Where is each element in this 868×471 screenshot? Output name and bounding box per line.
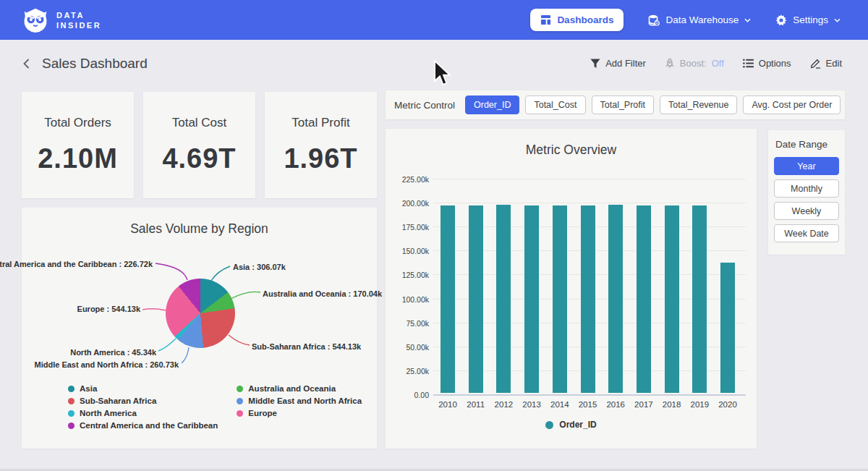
metric-option-total-profit[interactable]: Total_Profit xyxy=(592,96,655,114)
boost-toggle[interactable]: Boost: Off xyxy=(665,58,724,69)
pie-label-middle-east: Middle East and North Africa : 260.73k xyxy=(35,360,179,369)
bar-2018[interactable] xyxy=(665,205,679,393)
metric-option-order-id[interactable]: Order_ID xyxy=(465,96,519,114)
x-tick-label: 2020 xyxy=(713,400,742,409)
kpi-label: Total Cost xyxy=(172,116,227,130)
x-tick-label: 2017 xyxy=(629,400,658,409)
x-tick-label: 2012 xyxy=(489,400,518,409)
bar-2019[interactable] xyxy=(692,205,707,393)
pie-legend-item[interactable]: Central America and the Caribbean xyxy=(68,421,218,430)
bar-2013[interactable] xyxy=(524,205,539,393)
bar-chart-legend: Order_ID xyxy=(386,420,757,430)
bar-chart-plot: 225.00k200.00k175.00k150.00k125.00k100.0… xyxy=(433,179,746,394)
kpi-card-total-profit: Total Profit 1.96T xyxy=(265,92,377,198)
edit-label: Edit xyxy=(826,58,842,69)
gridline xyxy=(433,203,746,203)
chevron-down-icon xyxy=(744,18,751,22)
x-tick-label: 2010 xyxy=(433,400,462,409)
pie-chart[interactable] xyxy=(166,279,235,348)
metric-option-total-cost[interactable]: Total_Cost xyxy=(525,96,585,114)
boost-label: Boost: xyxy=(680,58,707,69)
bar-2012[interactable] xyxy=(496,205,511,393)
bar-2014[interactable] xyxy=(553,205,567,393)
date-range-option-week-date[interactable]: Week Date xyxy=(774,224,839,242)
legend-label: Central America and the Caribbean xyxy=(80,421,218,430)
y-tick-label: 50.00k xyxy=(386,343,429,352)
dashboards-button[interactable]: Dashboards xyxy=(530,9,624,31)
data-warehouse-label: Data Warehouse xyxy=(665,14,739,25)
dashboards-label: Dashboards xyxy=(557,14,613,25)
options-button[interactable]: Options xyxy=(743,58,791,69)
metric-option-avg-cost-per-order[interactable]: Avg. Cost per Order xyxy=(743,96,841,114)
legend-label: North America xyxy=(80,409,137,417)
date-range-panel: Date Range YearMonthlyWeeklyWeek Date xyxy=(768,130,845,255)
date-range-option-weekly[interactable]: Weekly xyxy=(774,202,839,220)
x-axis-line xyxy=(433,394,746,396)
pie-legend-item[interactable]: Sub-Saharan Africa xyxy=(68,396,218,405)
pie-legend-item[interactable]: North America xyxy=(68,409,218,417)
y-tick-label: 175.00k xyxy=(386,223,429,232)
pie-legend-item[interactable]: Europe xyxy=(237,409,362,417)
pie-chart-card: Sales Volume by Region Central America a… xyxy=(22,208,377,449)
bar-2011[interactable] xyxy=(469,205,483,393)
pie-legend: AsiaSub-Saharan AfricaNorth AmericaCentr… xyxy=(68,384,362,430)
legend-label: Asia xyxy=(80,384,97,393)
brand: DATA INSIDER xyxy=(22,7,101,34)
dashboard-grid-icon xyxy=(540,14,551,25)
add-filter-button[interactable]: Add Filter xyxy=(590,58,646,69)
y-tick-label: 25.00k xyxy=(386,367,429,375)
y-tick-label: 100.00k xyxy=(386,295,429,304)
x-tick-label: 2011 xyxy=(461,400,490,409)
kpi-card-total-cost: Total Cost 4.69T xyxy=(143,92,255,198)
data-warehouse-menu[interactable]: Data Warehouse xyxy=(648,14,751,26)
pie-legend-item[interactable]: Asia xyxy=(68,384,218,393)
metric-control-bar: Metric Control Order_IDTotal_CostTotal_P… xyxy=(386,90,845,119)
top-navbar: DATA INSIDER Dashboards Data Warehouse xyxy=(0,0,868,40)
pie-label-asia: Asia : 306.07k xyxy=(233,263,286,271)
filter-funnel-icon xyxy=(590,59,600,69)
bar-2016[interactable] xyxy=(608,205,623,393)
date-range-option-year[interactable]: Year xyxy=(774,157,839,175)
pie-legend-item[interactable]: Middle East and North Africa xyxy=(237,396,362,405)
database-icon xyxy=(648,14,660,26)
options-list-icon xyxy=(743,59,754,68)
pie-label-north-america: North America : 45.34k xyxy=(70,348,156,357)
brand-text: DATA INSIDER xyxy=(56,10,101,30)
bar-2017[interactable] xyxy=(637,205,651,393)
bar-2010[interactable] xyxy=(441,205,455,393)
add-filter-label: Add Filter xyxy=(605,58,646,69)
pie-label-central-america: Central America and the Caribbean : 226.… xyxy=(0,260,153,268)
options-label: Options xyxy=(759,58,791,69)
rocket-icon xyxy=(665,58,675,69)
legend-dot xyxy=(68,410,75,417)
back-chevron-icon[interactable] xyxy=(20,57,33,70)
legend-label: Sub-Saharan Africa xyxy=(80,396,156,405)
settings-label: Settings xyxy=(793,14,828,25)
metric-control-label: Metric Control xyxy=(394,100,455,111)
legend-label: Middle East and North Africa xyxy=(248,396,362,405)
legend-label: Europe xyxy=(248,409,277,417)
x-tick-label: 2019 xyxy=(685,400,714,409)
legend-dot xyxy=(237,398,243,404)
edit-button[interactable]: Edit xyxy=(810,58,842,69)
date-range-options: YearMonthlyWeeklyWeek Date xyxy=(774,157,839,242)
pie-legend-item[interactable]: Australia and Oceania xyxy=(237,384,362,393)
bar-2015[interactable] xyxy=(581,205,595,393)
date-range-option-monthly[interactable]: Monthly xyxy=(774,179,839,198)
settings-menu[interactable]: Settings xyxy=(775,14,841,26)
y-tick-label: 0.00 xyxy=(386,391,429,399)
x-tick-label: 2018 xyxy=(658,400,686,409)
owl-logo-icon xyxy=(22,7,49,34)
pie-chart-title: Sales Volume by Region xyxy=(22,221,377,237)
legend-dot xyxy=(68,386,75,392)
bar-2020[interactable] xyxy=(720,263,735,393)
legend-dot xyxy=(68,398,75,404)
chevron-down-icon xyxy=(834,18,841,22)
metric-option-total-revenue[interactable]: Total_Revenue xyxy=(660,96,737,114)
y-tick-label: 200.00k xyxy=(386,199,429,208)
kpi-label: Total Profit xyxy=(292,116,349,130)
legend-dot xyxy=(237,410,243,417)
gridline xyxy=(433,179,746,179)
legend-label: Australia and Oceania xyxy=(248,384,336,393)
y-tick-label: 225.00k xyxy=(386,175,429,184)
